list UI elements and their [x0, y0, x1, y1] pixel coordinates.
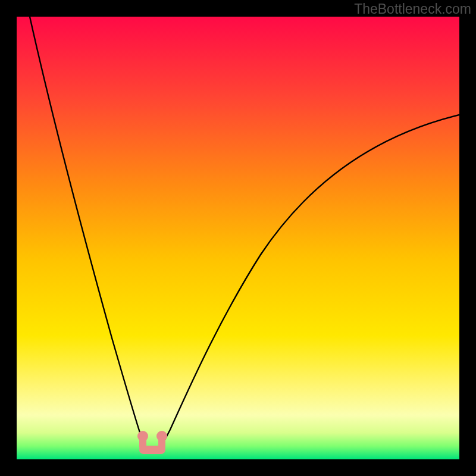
chart-frame: TheBottleneck.com: [0, 0, 476, 476]
svg-rect-4: [139, 446, 165, 454]
watermark-text: TheBottleneck.com: [354, 1, 471, 17]
chart-svg: [17, 17, 459, 459]
plot-area: [17, 17, 459, 459]
gradient-background: [17, 17, 459, 459]
